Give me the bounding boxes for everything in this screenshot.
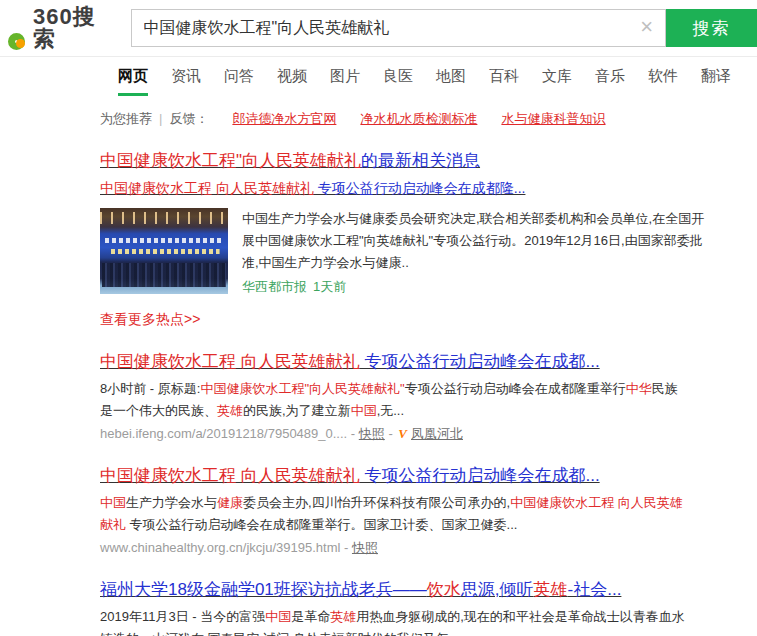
search-result: 福州大学18级金融学01班探访抗战老兵——饮水思源,倾听英雄-社会... 201… — [100, 557, 757, 636]
tab-doctor[interactable]: 良医 — [383, 67, 413, 96]
vertical-tabs-nav: 网页 资讯 问答 视频 图片 良医 地图 百科 文库 音乐 软件 翻译 — [0, 57, 757, 96]
result-url: www.chinahealthy.org.cn/jkcju/39195.html — [100, 540, 340, 555]
recommend-link-3[interactable]: 水与健康科普知识 — [501, 111, 605, 126]
snapshot-link[interactable]: 快照 — [352, 540, 378, 555]
logo-ring-icon — [8, 33, 25, 50]
tab-qa[interactable]: 问答 — [224, 67, 254, 96]
text-segment: 英雄 — [330, 609, 356, 624]
text-segment: 中国健康饮水工程 向人民英雄献礼 — [100, 180, 314, 196]
dash: - — [340, 540, 352, 555]
text-segment: 专项公益行动启动峰会在成都隆重举行 — [405, 381, 626, 396]
news-sub-link[interactable]: 中国健康饮水工程 向人民英雄献礼 专项公益行动启动峰会在成都隆... — [100, 180, 525, 198]
text-segment: 2019年11月3日 - 当今的富强 — [100, 609, 265, 624]
snapshot-link[interactable]: 快照 — [359, 426, 385, 441]
dash: - — [347, 426, 359, 441]
tab-maps[interactable]: 地图 — [436, 67, 466, 96]
text-segment: 中国 — [265, 609, 291, 624]
search-result: 中国健康饮水工程 向人民英雄献礼 专项公益行动启动峰会在成都... 中国生产力学… — [100, 443, 757, 557]
search-box: × — [131, 9, 666, 47]
clear-icon[interactable]: × — [640, 16, 653, 38]
logo-text: 360搜索 — [33, 6, 119, 50]
result-title-link[interactable]: 中国健康饮水工程"向人民英雄献礼的最新相关消息 — [100, 150, 480, 171]
recommend-label: 为您推荐 — [100, 111, 152, 126]
result-snippet: 8小时前 - 原标题:中国健康饮水工程"向人民英雄献礼"专项公益行动启动峰会在成… — [100, 378, 688, 422]
result-snippet: 2019年11月3日 - 当今的富强中国是革命英雄用热血身躯砌成的,现在的和平社… — [100, 606, 688, 636]
result-url: hebei.ifeng.com/a/20191218/7950489_0.... — [100, 426, 347, 441]
text-segment: 英雄 — [534, 580, 568, 599]
news-source: 华西都市报 — [242, 279, 307, 294]
text-segment: 专项公益行动启动峰会在成都... — [360, 466, 600, 485]
search-header: 360搜索 × 搜索 — [0, 0, 757, 57]
text-segment: 福州大学18级金融学01班探访抗战老兵—— — [100, 580, 427, 599]
recommend-link-2[interactable]: 净水机水质检测标准 — [360, 111, 477, 126]
news-source-line: 华西都市报1天前 — [242, 276, 716, 298]
news-snippet-text: 中国生产力学会水与健康委员会研究决定,联合相关部委机构和会员单位,在全国开展中国… — [242, 211, 704, 270]
text-segment: 的最新相关消息 — [361, 151, 480, 170]
text-segment: 饮水 — [427, 580, 461, 599]
tab-news[interactable]: 资讯 — [171, 67, 201, 96]
result-url-line: hebei.ifeng.com/a/20191218/7950489_0....… — [100, 425, 757, 443]
text-segment: 8小时前 - 原标题: — [100, 381, 200, 396]
search-result-news: 中国健康饮水工程"向人民英雄献礼的最新相关消息 中国健康饮水工程 向人民英雄献礼… — [100, 128, 757, 329]
text-segment: ,无... — [377, 403, 404, 418]
text-segment: 中国 — [100, 495, 126, 510]
feedback-link[interactable]: 反馈： — [169, 111, 208, 126]
dash: - — [385, 426, 397, 441]
tab-wenku[interactable]: 文库 — [542, 67, 572, 96]
result-title-link[interactable]: 中国健康饮水工程 向人民英雄献礼 专项公益行动启动峰会在成都... — [100, 351, 600, 372]
text-segment: 中国健康饮水工程 向人民英雄献礼 — [100, 466, 360, 485]
search-input[interactable] — [132, 10, 665, 46]
text-segment: 思源,倾听 — [461, 580, 534, 599]
divider: | — [159, 111, 162, 126]
tab-baike[interactable]: 百科 — [489, 67, 519, 96]
text-segment: 中国健康饮水工程"向人民英雄献礼" — [200, 381, 404, 396]
tab-music[interactable]: 音乐 — [595, 67, 625, 96]
tab-images[interactable]: 图片 — [330, 67, 360, 96]
text-segment: 中国健康饮水工程"向人民英雄献礼 — [100, 151, 361, 170]
text-segment: -社会... — [568, 580, 622, 599]
v-verified-icon: V — [398, 426, 407, 441]
result-url-line: www.chinahealthy.org.cn/jkcju/39195.html… — [100, 539, 757, 557]
text-segment: 专项公益行动启动峰会在成都... — [360, 352, 600, 371]
logo[interactable]: 360搜索 — [8, 6, 119, 50]
text-segment: 专项公益行动启动峰会在成都隆重举行。国家卫计委、国家卫健委... — [126, 517, 517, 532]
more-hotspots-link[interactable]: 查看更多热点>> — [100, 311, 200, 329]
result-snippet: 中国生产力学会水与健康委员会主办,四川怡升环保科技有限公司承办的,中国健康饮水工… — [100, 492, 688, 536]
result-title-link[interactable]: 福州大学18级金融学01班探访抗战老兵——饮水思源,倾听英雄-社会... — [100, 579, 621, 600]
text-segment: 专项公益行动启动峰会在成都隆... — [314, 180, 526, 196]
result-title-link[interactable]: 中国健康饮水工程 向人民英雄献礼 专项公益行动启动峰会在成都... — [100, 465, 600, 486]
news-thumbnail-image[interactable] — [100, 208, 228, 294]
recommend-bar: 为您推荐|反馈：郎诗德净水方官网净水机水质检测标准水与健康科普知识 — [100, 110, 757, 128]
logo-dot-icon — [16, 39, 25, 48]
news-card: 中国生产力学会水与健康委员会研究决定,联合相关部委机构和会员单位,在全国开展中国… — [100, 208, 757, 298]
text-segment: 健康 — [217, 495, 243, 510]
tab-translate[interactable]: 翻译 — [701, 67, 731, 96]
tab-webpage[interactable]: 网页 — [118, 67, 148, 96]
text-segment: 中国健康饮水工程 向人民英雄献礼 — [100, 352, 360, 371]
results-area: 为您推荐|反馈：郎诗德净水方官网净水机水质检测标准水与健康科普知识 中国健康饮水… — [0, 110, 757, 636]
backdrop-text-art — [105, 238, 223, 256]
text-segment: 是革命 — [291, 609, 330, 624]
text-segment: 生产力学会水与 — [126, 495, 217, 510]
stage-lights-art — [100, 212, 228, 224]
source-site-link[interactable]: 凤凰河北 — [411, 426, 463, 441]
tab-software[interactable]: 软件 — [648, 67, 678, 96]
recommend-link-1[interactable]: 郎诗德净水方官网 — [232, 111, 336, 126]
text-segment: 的民族,为了建立新 — [243, 403, 351, 418]
text-segment: 委员会主办,四川怡升环保科技有限公司承办的, — [243, 495, 510, 510]
search-result: 中国健康饮水工程 向人民英雄献礼 专项公益行动启动峰会在成都... 8小时前 -… — [100, 329, 757, 443]
text-segment: 中华 — [626, 381, 652, 396]
tab-video[interactable]: 视频 — [277, 67, 307, 96]
text-segment: 中国 — [351, 403, 377, 418]
text-segment: 英雄 — [217, 403, 243, 418]
group-photo-art — [102, 263, 226, 287]
news-snippet: 中国生产力学会水与健康委员会研究决定,联合相关部委机构和会员单位,在全国开展中国… — [242, 208, 716, 298]
search-button[interactable]: 搜索 — [666, 9, 757, 47]
news-time: 1天前 — [313, 279, 346, 294]
